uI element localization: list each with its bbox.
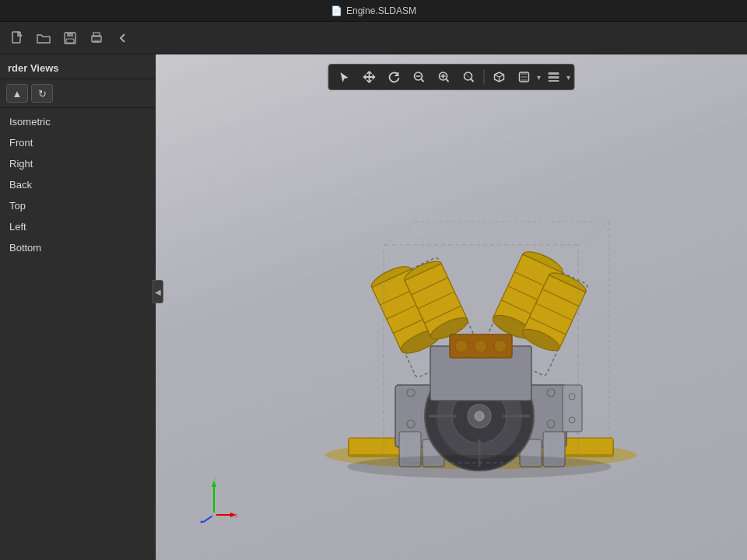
pan-tool-button[interactable] [358, 67, 381, 87]
svg-line-74 [578, 222, 609, 245]
save-button[interactable] [58, 26, 82, 50]
svg-rect-21 [549, 80, 559, 82]
svg-line-14 [447, 79, 449, 82]
zoom-minus-button[interactable] [408, 67, 431, 87]
toolbar-separator-1 [484, 69, 485, 85]
title-bar: 📄 Engine.SLDASM [0, 0, 747, 22]
view-up-button[interactable]: ▲ [6, 84, 28, 103]
svg-point-92 [212, 513, 216, 517]
svg-rect-20 [549, 76, 559, 79]
new-button[interactable] [5, 26, 30, 50]
svg-text:X: X [235, 512, 237, 520]
view-options-arrow[interactable]: ▾ [566, 73, 570, 82]
svg-line-73 [384, 222, 415, 245]
sidebar-controls: ▲ ↻ [0, 79, 155, 108]
engine-svg [286, 113, 675, 502]
main-layout: rder Views ▲ ↻ Isometric Front Right Bac… [0, 54, 747, 560]
svg-rect-19 [549, 72, 559, 75]
rotate-tool-button[interactable] [383, 67, 406, 87]
view-item-right[interactable]: Right [0, 153, 155, 174]
engine-model [286, 113, 675, 502]
view-list: Isometric Front Right Back Top Left Bott… [0, 108, 155, 261]
viewport-toolbar: ▾ ▾ [328, 64, 575, 90]
svg-rect-7 [93, 40, 100, 43]
svg-line-17 [466, 74, 471, 79]
display-mode-arrow[interactable]: ▾ [537, 73, 541, 82]
display-mode-dropdown[interactable]: ▾ [513, 67, 541, 87]
select-tool-button[interactable] [333, 67, 356, 87]
view-item-top[interactable]: Top [0, 195, 155, 216]
view-refresh-button[interactable]: ↻ [31, 84, 53, 103]
view-item-bottom[interactable]: Bottom [0, 237, 155, 258]
fit-view-button[interactable] [458, 67, 481, 87]
title-icon: 📄 [331, 5, 342, 16]
svg-point-70 [475, 340, 487, 352]
viewport[interactable]: ▾ ▾ [156, 54, 747, 560]
svg-line-16 [472, 79, 474, 82]
display-mode-button[interactable] [513, 67, 536, 87]
view-options-dropdown[interactable]: ▾ [542, 67, 570, 87]
svg-point-69 [455, 340, 468, 352]
svg-rect-82 [563, 385, 582, 432]
view-item-back[interactable]: Back [0, 174, 155, 195]
window-title: Engine.SLDASM [346, 5, 416, 16]
toolbar [0, 22, 747, 54]
view-options-button[interactable] [542, 67, 566, 87]
view-item-left[interactable]: Left [0, 216, 155, 237]
svg-rect-3 [67, 33, 73, 37]
sidebar-collapse-handle[interactable]: ◀ [153, 280, 163, 303]
coordinate-axes: X Z Y [191, 476, 237, 523]
sidebar-title: rder Views [0, 54, 155, 79]
collapse-toolbar-button[interactable] [110, 26, 135, 50]
svg-point-71 [494, 340, 507, 352]
svg-point-85 [347, 455, 612, 478]
view-item-isometric[interactable]: Isometric [0, 111, 155, 132]
open-button[interactable] [31, 26, 56, 50]
svg-line-10 [422, 79, 424, 82]
svg-rect-4 [66, 39, 74, 43]
svg-point-34 [475, 411, 484, 421]
view-item-front[interactable]: Front [0, 132, 155, 153]
view-cube-button[interactable] [488, 67, 511, 87]
svg-text:Z: Z [212, 476, 217, 484]
zoom-plus-button[interactable] [433, 67, 456, 87]
sidebar: rder Views ▲ ↻ Isometric Front Right Bac… [0, 54, 156, 560]
print-button[interactable] [84, 26, 109, 50]
